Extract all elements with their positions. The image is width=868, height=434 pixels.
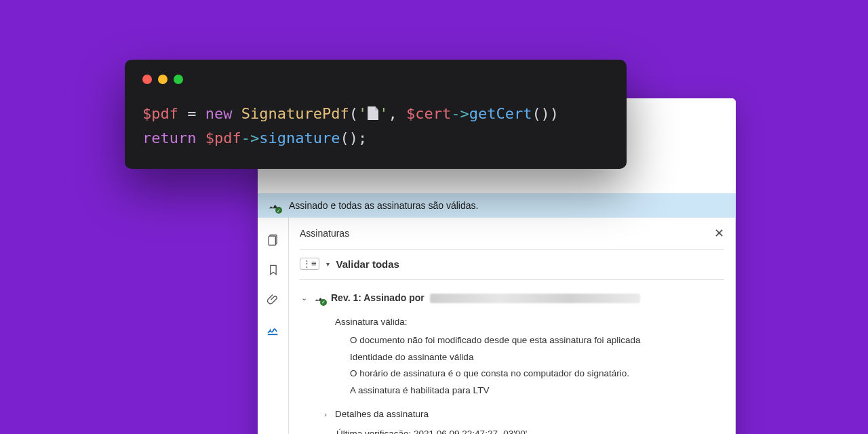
list-item: Identidade do assinante válida	[350, 351, 724, 365]
code-token: ->	[451, 105, 469, 122]
signatures-panel: Assinaturas ✕ ⋮≡ ▾ Validar todas ⌄ ✓ Rev…	[289, 218, 736, 434]
attachment-icon[interactable]	[266, 292, 281, 307]
code-token: $pdf	[142, 105, 178, 122]
chevron-right-icon[interactable]: ›	[321, 409, 330, 420]
code-token	[196, 130, 205, 146]
signature-valid-icon: ✓	[267, 199, 281, 212]
minimize-window-icon[interactable]	[158, 75, 167, 84]
thumbnails-icon[interactable]	[266, 233, 281, 248]
signature-points-list: O documento não foi modificado desde que…	[350, 334, 724, 399]
code-token: SignaturePdf	[232, 105, 349, 122]
list-item: O documento não foi modificado desde que…	[350, 334, 724, 348]
code-token: '	[358, 105, 367, 122]
signature-valid-icon: ✓	[313, 292, 326, 304]
list-item: O horário de assinatura é o que consta n…	[350, 367, 724, 381]
signature-status-text: Assinado e todas as assinaturas são váli…	[289, 200, 478, 211]
bookmark-icon[interactable]	[266, 262, 281, 277]
close-window-icon[interactable]	[142, 75, 152, 84]
pdf-body: Assinaturas ✕ ⋮≡ ▾ Validar todas ⌄ ✓ Rev…	[258, 218, 736, 434]
close-icon[interactable]: ✕	[714, 227, 724, 239]
signatures-icon[interactable]	[266, 322, 281, 337]
chevron-down-icon[interactable]: ⌄	[300, 292, 308, 304]
validate-menu-icon[interactable]: ⋮≡	[300, 258, 319, 270]
file-icon	[368, 106, 378, 120]
check-badge-icon: ✓	[320, 299, 327, 306]
code-token: $cert	[406, 105, 451, 122]
validate-all-row: ⋮≡ ▾ Validar todas	[300, 250, 724, 280]
traffic-lights	[142, 75, 609, 84]
code-token: (	[349, 105, 358, 122]
check-badge-icon: ✓	[275, 207, 282, 214]
code-token: ->	[241, 130, 260, 146]
dropdown-caret-icon[interactable]: ▾	[326, 260, 330, 268]
maximize-window-icon[interactable]	[174, 75, 183, 84]
code-editor-window: $pdf = new SignaturePdf('', $cert->getCe…	[125, 60, 627, 169]
signature-details-node[interactable]: › Detalhes da assinatura	[321, 408, 724, 422]
code-token: ();	[340, 130, 367, 146]
signatures-panel-header: Assinaturas ✕	[300, 227, 724, 250]
redacted-signer-name	[430, 294, 640, 303]
code-token: new	[205, 105, 233, 122]
code-token: '	[379, 105, 388, 122]
code-line-1: $pdf = new SignaturePdf('', $cert->getCe…	[142, 102, 609, 126]
code-token: return	[142, 130, 196, 146]
signatures-panel-title: Assinaturas	[300, 228, 349, 239]
validate-all-label[interactable]: Validar todas	[336, 258, 399, 270]
code-token: getCert	[469, 105, 532, 122]
revision-label: Rev. 1: Assinado por	[331, 291, 425, 306]
svg-rect-1	[269, 236, 275, 245]
signature-details-label: Detalhes da assinatura	[335, 408, 429, 422]
revision-details: Assinatura válida: O documento não foi m…	[335, 315, 724, 434]
list-item: A assinatura é habilitada para LTV	[350, 384, 724, 398]
pdf-sidebar	[258, 218, 289, 434]
code-token: ,	[388, 105, 406, 122]
signature-tree: ⌄ ✓ Rev. 1: Assinado por Assinatura váli…	[300, 280, 724, 434]
revision-node[interactable]: ⌄ ✓ Rev. 1: Assinado por	[300, 291, 724, 306]
valid-signature-heading: Assinatura válida:	[335, 315, 724, 330]
code-line-2: return $pdf->signature();	[142, 126, 609, 151]
code-token: signature	[259, 130, 340, 146]
code-token: ())	[532, 105, 559, 122]
code-token: =	[178, 105, 205, 122]
signature-status-bar: ✓ Assinado e todas as assinaturas são vá…	[258, 193, 736, 218]
last-verification-text: Última verificação: 2021.06.09 22:47:27 …	[336, 427, 724, 434]
code-token: $pdf	[205, 130, 241, 146]
